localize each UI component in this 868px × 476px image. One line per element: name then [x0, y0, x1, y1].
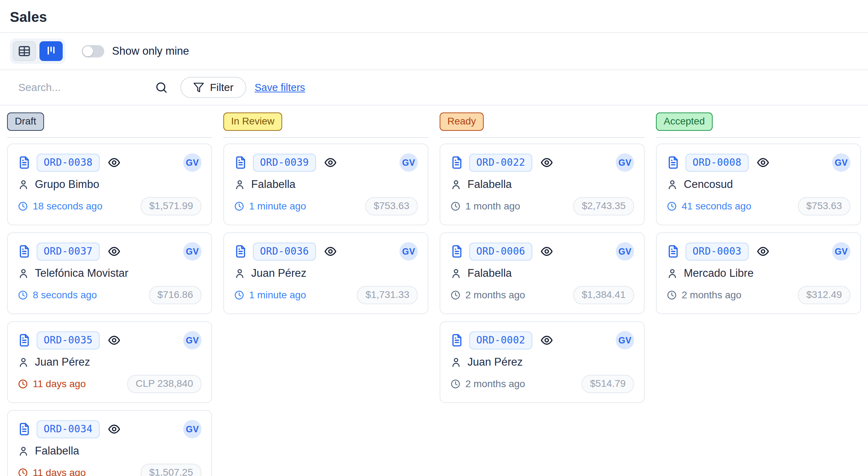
eye-icon[interactable]	[107, 422, 121, 436]
order-card[interactable]: ORD-0003 GV Mercado Libre	[656, 232, 861, 314]
card-customer-row: Falabella	[18, 445, 202, 457]
customer-name: Mercado Libre	[684, 267, 754, 280]
eye-icon[interactable]	[756, 156, 770, 169]
kanban-icon	[44, 44, 58, 58]
order-id-badge[interactable]: ORD-0022	[469, 154, 532, 172]
customer-name: Cencosud	[684, 178, 733, 191]
clock-icon	[234, 290, 244, 300]
card-time: 1 minute ago	[234, 289, 306, 301]
order-id-badge[interactable]: ORD-0002	[469, 331, 532, 349]
eye-icon[interactable]	[107, 245, 121, 258]
order-id-badge[interactable]: ORD-0037	[37, 243, 100, 261]
filter-button[interactable]: Filter	[180, 77, 246, 98]
eye-icon[interactable]	[540, 245, 553, 258]
updated-time: 18 seconds ago	[33, 201, 103, 212]
toggle-knob	[83, 46, 93, 56]
customer-name: Falabella	[467, 267, 512, 280]
order-card[interactable]: ORD-0038 GV Grupo Bimbo	[7, 144, 212, 225]
column-cards: ORD-0008 GV Cencosud	[656, 144, 861, 314]
card-time: 2 months ago	[450, 378, 525, 390]
card-top-row: ORD-0035 GV	[18, 331, 202, 349]
kanban-view-button[interactable]	[39, 41, 63, 61]
show-only-mine-toggle[interactable]	[82, 45, 104, 57]
order-card[interactable]: ORD-0006 GV Falabella	[440, 232, 645, 314]
save-filters-link[interactable]: Save filters	[255, 82, 305, 93]
order-card[interactable]: ORD-0022 GV Falabella	[440, 144, 645, 225]
clock-icon	[450, 201, 461, 212]
eye-icon[interactable]	[756, 245, 770, 258]
order-id-badge[interactable]: ORD-0003	[686, 243, 749, 261]
order-id-badge[interactable]: ORD-0039	[253, 154, 316, 172]
eye-icon[interactable]	[324, 156, 337, 169]
filter-button-label: Filter	[210, 81, 234, 93]
column-divider	[440, 137, 645, 138]
kanban-column: Ready ORD-0022 GV	[440, 112, 645, 403]
avatar: GV	[183, 242, 202, 261]
avatar: GV	[399, 153, 418, 172]
order-id-badge[interactable]: ORD-0038	[37, 154, 100, 172]
clock-icon	[18, 290, 28, 300]
eye-icon[interactable]	[107, 334, 121, 347]
order-card[interactable]: ORD-0035 GV Juan Pérez	[7, 321, 212, 403]
avatar: GV	[832, 242, 850, 261]
column-cards: ORD-0022 GV Falabella	[440, 144, 645, 403]
updated-time: 1 minute ago	[249, 201, 306, 212]
toolbar: Show only mine	[0, 33, 868, 69]
person-icon	[666, 179, 678, 190]
card-bottom-row: 1 month ago $2,743.35	[450, 197, 634, 215]
card-top-row: ORD-0003 GV	[666, 242, 850, 261]
person-icon	[18, 268, 29, 279]
document-icon	[666, 156, 680, 169]
column-divider	[223, 137, 428, 138]
card-customer-row: Telefónica Movistar	[18, 267, 202, 280]
person-icon	[234, 268, 246, 279]
search-icon[interactable]	[155, 81, 168, 94]
card-customer-row: Juan Pérez	[18, 356, 202, 368]
order-id-badge[interactable]: ORD-0034	[37, 420, 100, 438]
order-card[interactable]: ORD-0034 GV Falabella	[7, 410, 212, 476]
card-customer-row: Cencosud	[666, 178, 850, 191]
card-top-row: ORD-0037 GV	[18, 242, 202, 261]
order-card[interactable]: ORD-0039 GV Falabella	[223, 144, 428, 225]
avatar: GV	[616, 153, 634, 172]
clock-icon	[18, 468, 28, 476]
order-id-badge[interactable]: ORD-0035	[37, 331, 100, 349]
search-input[interactable]	[10, 81, 151, 93]
document-icon	[234, 156, 247, 169]
card-bottom-row: 41 seconds ago $753.63	[666, 197, 850, 215]
order-card[interactable]: ORD-0002 GV Juan Pérez	[440, 321, 645, 403]
document-icon	[450, 156, 464, 169]
avatar: GV	[616, 242, 634, 261]
document-icon	[234, 245, 247, 258]
clock-icon	[234, 201, 244, 212]
status-badge: Accepted	[656, 112, 713, 131]
avatar: GV	[183, 420, 202, 438]
order-card[interactable]: ORD-0037 GV Telefónica Movistar	[7, 232, 212, 314]
card-bottom-row: 2 months ago $1,384.41	[450, 286, 634, 304]
document-icon	[18, 422, 31, 436]
eye-icon[interactable]	[540, 334, 553, 347]
card-time: 18 seconds ago	[18, 201, 103, 212]
order-card[interactable]: ORD-0008 GV Cencosud	[656, 144, 861, 225]
clock-icon	[18, 379, 28, 389]
table-view-button[interactable]	[13, 41, 36, 61]
card-time: 1 minute ago	[234, 201, 306, 212]
eye-icon[interactable]	[324, 245, 337, 258]
customer-name: Grupo Bimbo	[35, 178, 99, 191]
status-badge: Draft	[7, 112, 44, 131]
avatar: GV	[183, 331, 202, 349]
order-card[interactable]: ORD-0036 GV Juan Pérez	[223, 232, 428, 314]
order-id-badge[interactable]: ORD-0036	[253, 243, 316, 261]
person-icon	[666, 268, 678, 279]
card-bottom-row: 11 days ago $1,507.25	[18, 464, 202, 476]
clock-icon	[18, 201, 28, 212]
eye-icon[interactable]	[540, 156, 553, 169]
card-customer-row: Mercado Libre	[666, 267, 850, 280]
card-top-row: ORD-0008 GV	[666, 153, 850, 172]
order-id-badge[interactable]: ORD-0006	[469, 243, 532, 261]
card-top-row: ORD-0038 GV	[18, 153, 202, 172]
eye-icon[interactable]	[107, 156, 121, 169]
amount-badge: $753.63	[798, 197, 850, 215]
order-id-badge[interactable]: ORD-0008	[686, 154, 749, 172]
card-time: 2 months ago	[450, 289, 525, 301]
